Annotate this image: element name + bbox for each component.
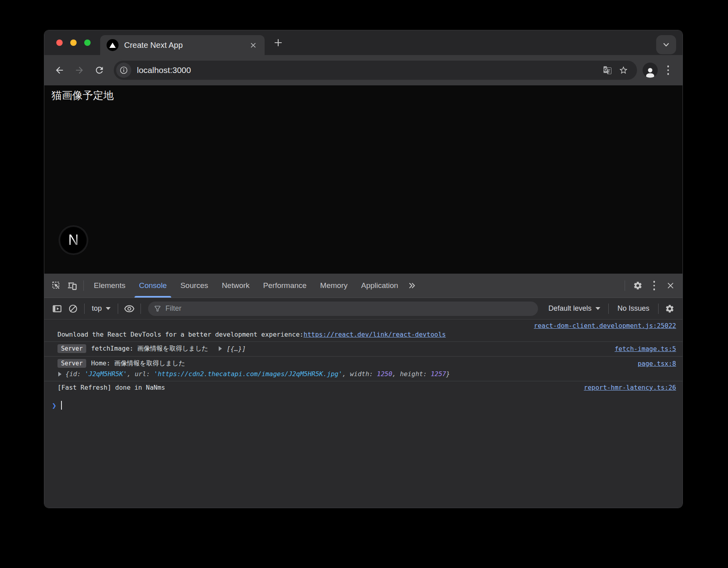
forward-button[interactable] bbox=[71, 61, 88, 79]
page-content: 猫画像予定地 N bbox=[44, 85, 682, 274]
console-prompt[interactable]: ❯ bbox=[44, 401, 682, 410]
source-link[interactable]: react-dom-client.development.js:25022 bbox=[534, 322, 676, 329]
tab-application[interactable]: Application bbox=[354, 274, 405, 298]
filter-input[interactable] bbox=[165, 304, 532, 313]
bookmark-button[interactable] bbox=[615, 62, 631, 78]
kebab-icon bbox=[667, 65, 669, 67]
console-log-area[interactable]: react-dom-client.development.js:25022 Do… bbox=[44, 320, 682, 508]
devtools-settings-button[interactable] bbox=[630, 278, 646, 294]
tab-title: Create Next App bbox=[124, 41, 247, 50]
divider bbox=[608, 304, 609, 314]
translate-button[interactable] bbox=[599, 62, 615, 78]
expand-arrow-icon[interactable] bbox=[58, 372, 61, 377]
issues-counter[interactable]: No Issues bbox=[612, 304, 655, 313]
close-window-button[interactable] bbox=[56, 39, 63, 46]
browser-toolbar: localhost:3000 bbox=[44, 55, 682, 85]
tab-strip: Create Next App bbox=[44, 30, 682, 55]
divider bbox=[658, 304, 659, 314]
prompt-chevron-icon: ❯ bbox=[52, 402, 56, 409]
inspect-cursor-icon bbox=[51, 280, 61, 291]
tab-close-button[interactable] bbox=[247, 39, 259, 51]
log-message: Download the React DevTools for a better… bbox=[57, 331, 304, 338]
back-button[interactable] bbox=[51, 61, 68, 79]
chevron-down-icon bbox=[106, 307, 111, 310]
divider bbox=[140, 304, 141, 314]
zoom-window-button[interactable] bbox=[84, 39, 91, 46]
tab-console[interactable]: Console bbox=[132, 274, 174, 298]
device-toolbar-button[interactable] bbox=[64, 278, 80, 294]
translate-icon bbox=[603, 65, 612, 75]
chevron-down-icon bbox=[595, 307, 600, 310]
object-array-preview[interactable]: [{…}] bbox=[227, 345, 246, 353]
browser-tab[interactable]: Create Next App bbox=[100, 35, 265, 55]
person-icon bbox=[644, 67, 656, 78]
devtools-panel: Elements Console Sources Network Perform… bbox=[44, 274, 682, 508]
sidebar-icon bbox=[52, 304, 62, 314]
inspect-element-button[interactable] bbox=[48, 278, 64, 294]
text-cursor bbox=[61, 401, 62, 410]
site-info-button[interactable] bbox=[116, 63, 131, 78]
url-text[interactable]: localhost:3000 bbox=[137, 65, 599, 75]
address-bar[interactable]: localhost:3000 bbox=[114, 61, 637, 80]
close-icon bbox=[667, 282, 675, 290]
new-tab-button[interactable] bbox=[271, 36, 285, 50]
source-link[interactable]: report-hmr-latency.ts:26 bbox=[584, 384, 676, 391]
divider bbox=[625, 280, 625, 291]
close-icon bbox=[250, 42, 257, 49]
reload-button[interactable] bbox=[91, 61, 108, 79]
console-entry: Server Home: 画像情報を取得しました page.tsx:8 {id:… bbox=[44, 357, 682, 381]
log-message: fetchImage: 画像情報を取得しました bbox=[91, 345, 208, 353]
react-devtools-link[interactable]: https://react.dev/link/react-devtools bbox=[304, 331, 446, 338]
tab-search-button[interactable] bbox=[656, 35, 676, 54]
devtools-close-button[interactable] bbox=[663, 278, 679, 294]
console-sidebar-button[interactable] bbox=[49, 301, 65, 317]
device-toolbar-icon bbox=[67, 280, 77, 291]
minimize-window-button[interactable] bbox=[70, 39, 77, 46]
back-arrow-icon bbox=[54, 65, 65, 75]
traffic-lights bbox=[56, 39, 91, 46]
star-icon bbox=[619, 65, 628, 75]
log-message: [Fast Refresh] done in NaNms bbox=[57, 384, 165, 391]
nextjs-logo-icon: N bbox=[59, 226, 88, 254]
browser-window: Create Next App localhost:3000 bbox=[44, 30, 683, 508]
devtools-tab-bar: Elements Console Sources Network Perform… bbox=[44, 274, 682, 298]
console-entry: [Fast Refresh] done in NaNms report-hmr-… bbox=[44, 381, 682, 394]
divider bbox=[84, 304, 85, 314]
gear-icon bbox=[665, 304, 675, 314]
profile-avatar-button[interactable] bbox=[643, 63, 658, 78]
tab-memory[interactable]: Memory bbox=[313, 274, 354, 298]
chevron-down-icon bbox=[662, 40, 671, 49]
live-expression-button[interactable] bbox=[121, 301, 137, 317]
funnel-icon bbox=[154, 305, 161, 313]
server-badge: Server bbox=[57, 344, 86, 353]
expand-arrow-icon[interactable] bbox=[219, 346, 222, 351]
object-preview[interactable]: {id: 'J2qM5HR5K', url: 'https://cdn2.the… bbox=[65, 370, 450, 378]
nextjs-favicon-icon bbox=[107, 39, 119, 51]
page-placeholder-text: 猫画像予定地 bbox=[51, 89, 114, 103]
divider bbox=[83, 280, 84, 291]
tab-network[interactable]: Network bbox=[215, 274, 257, 298]
tab-performance[interactable]: Performance bbox=[256, 274, 313, 298]
more-tabs-button[interactable] bbox=[405, 278, 419, 294]
divider bbox=[118, 304, 118, 314]
context-selector[interactable]: top bbox=[88, 304, 115, 313]
console-settings-button[interactable] bbox=[662, 301, 678, 317]
console-filter[interactable] bbox=[148, 302, 538, 316]
double-chevron-icon bbox=[408, 281, 416, 290]
source-link[interactable]: fetch-image.ts:5 bbox=[615, 345, 676, 353]
console-entry: react-dom-client.development.js:25022 Do… bbox=[44, 320, 682, 342]
gear-icon bbox=[633, 281, 643, 290]
devtools-menu-button[interactable] bbox=[647, 278, 661, 294]
tab-sources[interactable]: Sources bbox=[174, 274, 215, 298]
clear-console-button[interactable] bbox=[65, 301, 81, 317]
tab-elements[interactable]: Elements bbox=[87, 274, 132, 298]
kebab-icon bbox=[653, 281, 655, 283]
console-entry: Server fetchImage: 画像情報を取得しました [{…}] fet… bbox=[44, 342, 682, 357]
source-link[interactable]: page.tsx:8 bbox=[638, 360, 676, 367]
log-levels-dropdown[interactable]: Default levels bbox=[544, 304, 605, 313]
reload-icon bbox=[94, 65, 105, 75]
console-toolbar: top Default levels No Issues bbox=[44, 298, 682, 320]
eye-icon bbox=[124, 304, 135, 314]
browser-menu-button[interactable] bbox=[660, 62, 676, 78]
plus-icon bbox=[273, 38, 283, 47]
